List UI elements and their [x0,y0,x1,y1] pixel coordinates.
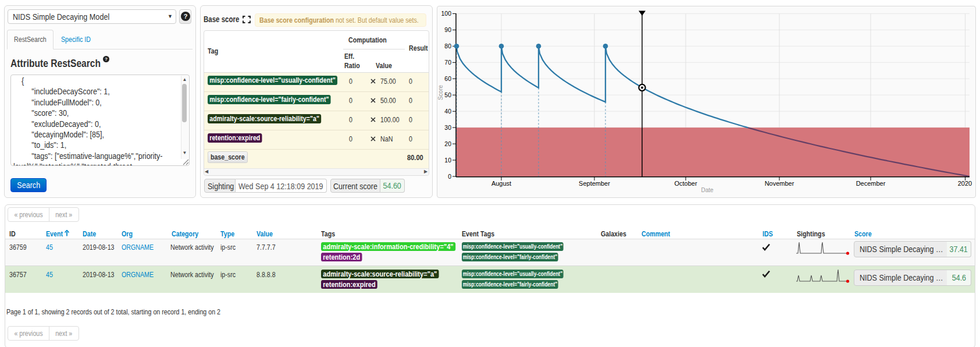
svg-text:20: 20 [444,140,451,147]
svg-text:10: 10 [444,157,451,164]
svg-text:Score: Score [437,85,444,101]
svg-text:0: 0 [448,173,451,180]
svg-text:60: 60 [444,75,451,82]
svg-text:Date: Date [701,187,714,193]
svg-text:2020: 2020 [958,180,972,187]
svg-text:30: 30 [444,124,451,131]
svg-text:September: September [579,180,610,187]
svg-text:August: August [491,180,511,187]
svg-text:80: 80 [444,43,451,49]
svg-text:70: 70 [444,59,451,66]
svg-text:40: 40 [444,108,451,115]
svg-text:100: 100 [441,10,451,17]
svg-text:October: October [674,180,697,187]
svg-text:90: 90 [444,26,451,33]
svg-text:November: November [765,180,794,187]
svg-text:December: December [856,180,886,187]
svg-text:50: 50 [444,91,451,98]
